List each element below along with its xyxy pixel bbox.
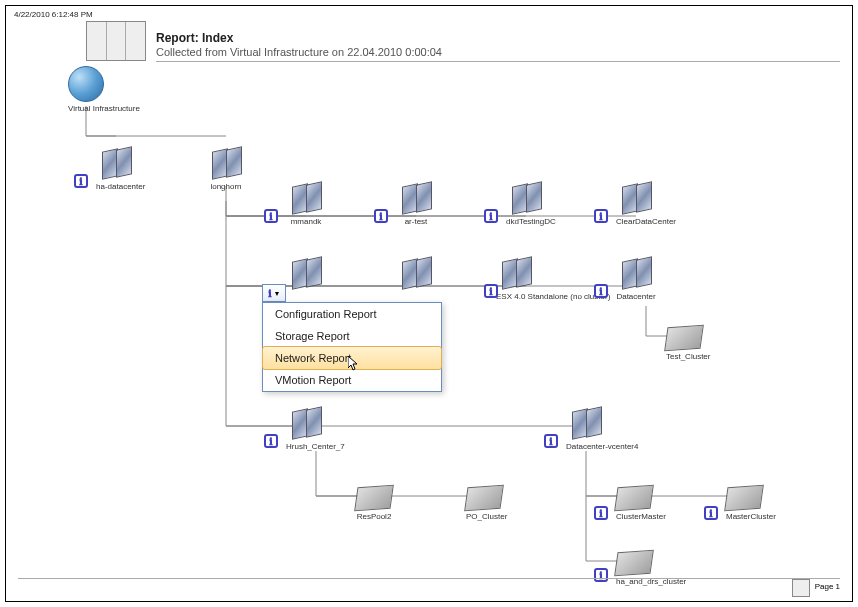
info-badge[interactable]: ℹ (704, 506, 718, 520)
cluster-icon (664, 325, 704, 352)
chevron-down-icon: ▼ (274, 290, 281, 297)
node-artest[interactable]: ar-test (396, 181, 436, 226)
node-longhorn[interactable]: longhorn (206, 146, 246, 191)
node-hrush[interactable]: Hrush_Center_7 (286, 406, 345, 451)
cluster-icon (614, 485, 654, 512)
server-icon (616, 181, 656, 215)
globe-icon (68, 66, 104, 102)
server-icon (206, 146, 246, 180)
info-dropdown-button[interactable]: ℹ ▼ (262, 284, 286, 302)
node-datacenter[interactable]: Datacenter (616, 256, 656, 301)
node-hidden-1[interactable] (286, 256, 326, 290)
node-clustermaster[interactable]: ClusterMaster (616, 486, 666, 521)
node-hidden-2[interactable] (396, 256, 436, 290)
server-icon (566, 406, 606, 440)
node-testcluster[interactable]: Test_Cluster (666, 326, 710, 361)
server-icon (616, 256, 656, 290)
server-icon (286, 256, 326, 290)
info-badge[interactable]: ℹ (544, 434, 558, 448)
info-badge[interactable]: ℹ (594, 284, 608, 298)
info-badge[interactable]: ℹ (484, 284, 498, 298)
node-hadrs[interactable]: ha_and_drs_cluster (616, 551, 686, 586)
cluster-icon (464, 485, 504, 512)
server-icon (506, 181, 546, 215)
info-badge[interactable]: ℹ (74, 174, 88, 188)
info-badge[interactable]: ℹ (374, 209, 388, 223)
menu-item-vmotion-report[interactable]: VMotion Report (263, 369, 441, 391)
node-mmandk[interactable]: mmandk (286, 181, 326, 226)
info-badge[interactable]: ℹ (594, 506, 608, 520)
node-virtual-infrastructure[interactable]: Virtual Infrastructure (68, 66, 140, 113)
report-context-menu: Configuration Report Storage Report Netw… (262, 302, 442, 392)
cluster-icon (354, 485, 394, 512)
info-badge[interactable]: ℹ (484, 209, 498, 223)
page-number: Page 1 (815, 582, 840, 591)
server-icon (286, 406, 326, 440)
node-respool2[interactable]: ResPool2 (356, 486, 392, 521)
node-ha-datacenter[interactable]: ha-datacenter (96, 146, 145, 191)
info-icon: ℹ (268, 288, 272, 299)
cluster-icon (614, 550, 654, 577)
mouse-cursor (348, 356, 360, 372)
menu-item-config-report[interactable]: Configuration Report (263, 303, 441, 325)
footer-graphic (792, 579, 810, 597)
node-mastercluster[interactable]: MasterCluster (726, 486, 776, 521)
info-badge[interactable]: ℹ (264, 434, 278, 448)
node-pocluster[interactable]: PO_Cluster (466, 486, 507, 521)
server-icon (286, 181, 326, 215)
server-icon (396, 181, 436, 215)
node-dkdtest[interactable]: dkdTestingDC (506, 181, 556, 226)
server-icon (496, 256, 536, 290)
info-badge[interactable]: ℹ (594, 568, 608, 582)
cluster-icon (724, 485, 764, 512)
server-icon (396, 256, 436, 290)
info-badge[interactable]: ℹ (264, 209, 278, 223)
footer-divider (18, 578, 840, 579)
info-badge[interactable]: ℹ (594, 209, 608, 223)
server-icon (96, 146, 136, 180)
node-dcvcenter4[interactable]: Datacenter-vcenter4 (566, 406, 638, 451)
node-cleardc[interactable]: ClearDataCenter (616, 181, 676, 226)
menu-item-storage-report[interactable]: Storage Report (263, 325, 441, 347)
